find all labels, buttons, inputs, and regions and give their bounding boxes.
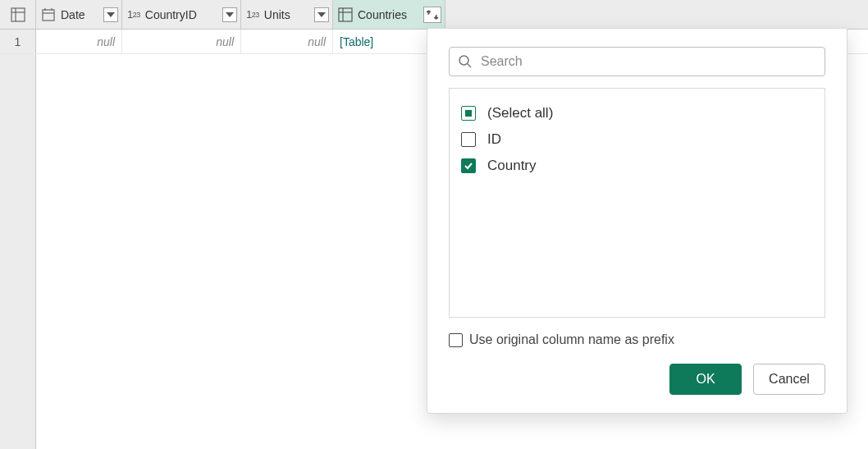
cell-value: null	[308, 35, 326, 48]
cancel-button-label: Cancel	[769, 372, 810, 387]
svg-rect-0	[11, 8, 25, 21]
column-label: Date	[59, 8, 102, 21]
column-header-countries[interactable]: Countries	[333, 0, 445, 29]
checkbox-indeterminate[interactable]	[461, 106, 476, 121]
cell-countryid[interactable]: null	[122, 30, 241, 53]
row-gutter-background	[0, 30, 36, 449]
column-label: Units	[263, 8, 313, 21]
cell-date[interactable]: null	[36, 30, 122, 53]
select-all-item[interactable]: (Select all)	[461, 100, 813, 126]
column-header-date[interactable]: Date	[36, 0, 122, 29]
select-all-label: (Select all)	[487, 105, 553, 121]
row-number: 1	[15, 35, 21, 48]
checkbox-unchecked[interactable]	[449, 333, 463, 347]
dialog-buttons: OK Cancel	[449, 364, 825, 395]
caret-down-icon	[107, 12, 115, 17]
checkbox-unchecked[interactable]	[461, 132, 476, 147]
field-item-country[interactable]: Country	[461, 153, 813, 179]
check-icon	[464, 161, 473, 171]
ok-button-label: OK	[696, 372, 715, 387]
number-type-icon: 123	[246, 8, 259, 21]
field-label: ID	[487, 131, 501, 148]
column-header-countryid[interactable]: 123 CountryID	[122, 0, 241, 29]
caret-down-icon	[226, 12, 234, 17]
search-field-wrapper[interactable]	[449, 47, 825, 76]
expand-icon	[426, 9, 439, 21]
fields-list: (Select all) ID Country	[449, 88, 825, 318]
row-number-cell[interactable]: 1	[0, 30, 36, 53]
table-icon	[11, 7, 25, 22]
svg-rect-7	[339, 8, 352, 21]
number-type-icon: 123	[127, 8, 140, 21]
caret-down-icon	[318, 12, 326, 17]
search-input[interactable]	[479, 53, 816, 70]
column-label: Countries	[356, 8, 422, 21]
use-prefix-label: Use original column name as prefix	[469, 332, 674, 347]
filter-dropdown-button[interactable]	[103, 7, 118, 22]
column-label: CountryID	[144, 8, 221, 21]
table-type-icon	[338, 7, 353, 22]
filter-dropdown-button[interactable]	[222, 7, 237, 22]
search-icon	[458, 54, 473, 69]
select-all-rows-corner[interactable]	[0, 0, 36, 29]
cancel-button[interactable]: Cancel	[753, 364, 825, 395]
cell-value: [Table]	[340, 35, 373, 48]
use-prefix-option[interactable]: Use original column name as prefix	[449, 332, 825, 347]
cell-value: null	[97, 35, 115, 48]
cell-units[interactable]: null	[241, 30, 333, 53]
column-header-units[interactable]: 123 Units	[241, 0, 333, 29]
column-header-row: Date 123 CountryID 123 Units Countries	[0, 0, 868, 30]
svg-point-10	[459, 56, 468, 65]
expand-columns-popup: (Select all) ID Country Use original col…	[427, 28, 847, 414]
field-label: Country	[487, 158, 537, 174]
ok-button[interactable]: OK	[669, 364, 742, 395]
field-item-id[interactable]: ID	[461, 126, 813, 153]
checkbox-checked[interactable]	[461, 158, 476, 173]
filter-dropdown-button[interactable]	[314, 7, 329, 22]
cell-value: null	[216, 35, 234, 48]
svg-line-11	[468, 64, 471, 67]
expand-column-button[interactable]	[423, 7, 441, 23]
calendar-icon	[41, 7, 56, 22]
svg-rect-3	[43, 10, 54, 21]
